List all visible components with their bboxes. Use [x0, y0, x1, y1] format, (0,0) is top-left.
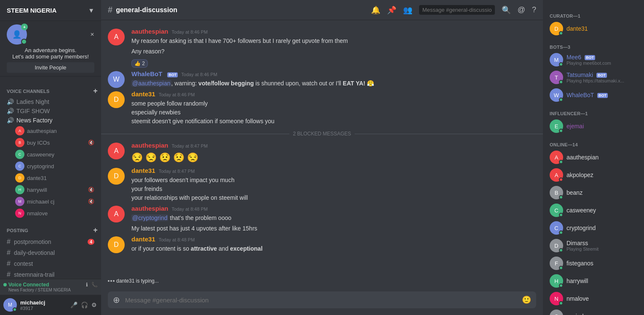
avatar-area: 👤 +: [7, 24, 27, 45]
member-item-dimarss[interactable]: D Dimarss Playing Steemit: [546, 237, 641, 254]
message-content: dante31 Today at 8:47 PM your followers …: [131, 167, 536, 202]
member-item-harrywill[interactable]: H harrywill: [546, 273, 641, 289]
member-item-casweeney[interactable]: C casweeney: [546, 202, 641, 219]
status-dot: [559, 283, 563, 288]
close-icon[interactable]: ✕: [90, 32, 94, 37]
reaction-button[interactable]: 👍 2: [131, 59, 148, 68]
message-group: W WhaleBoT BOT Today at 8:46 PM @aauthes…: [101, 69, 543, 89]
message-timestamp: Today at 8:48 PM: [159, 237, 195, 242]
user-invite-area: 👤 + ✕ An adventure begins. Let's add som…: [0, 21, 101, 77]
voice-member-harrywill[interactable]: H harrywill 🔇: [3, 184, 98, 196]
voice-channel-tgif[interactable]: 🔊 TGIF SHOW: [3, 106, 98, 116]
notification-bell-icon[interactable]: 🔔: [371, 5, 380, 15]
voice-member-aauthespian[interactable]: A aauthespian: [3, 125, 98, 137]
mention: @aauthespian: [131, 80, 171, 87]
bold-text: exceptional: [230, 245, 262, 252]
divider-line: [355, 134, 543, 134]
add-posting-channel-icon[interactable]: +: [93, 226, 98, 235]
member-item-tatsumaki[interactable]: T Tatsumaki BOT Playing https://tatsumak…: [546, 69, 641, 86]
blocked-messages-divider[interactable]: 2 BLOCKED MESSAGES: [101, 127, 543, 140]
voice-member-buy-icos[interactable]: B buy ICOs 🔇: [3, 137, 98, 148]
server-header[interactable]: STEEM NIGERIA ▼: [0, 0, 101, 21]
member-avatar: N: [550, 292, 563, 305]
avatar: D: [15, 173, 24, 183]
channel-postpromotion[interactable]: # postpromotion 4: [3, 236, 98, 247]
member-name: akpolopez: [567, 172, 637, 178]
headset-icon[interactable]: 🎧: [80, 301, 89, 309]
mute-microphone-icon[interactable]: 🎤: [69, 301, 78, 309]
voice-member-dante31[interactable]: D dante31: [3, 172, 98, 184]
message-group: A aauthespian Today at 8:46 PM My reason…: [101, 27, 543, 69]
message-content: dante31 Today at 8:46 PM some people fol…: [131, 90, 536, 126]
emoji-picker-icon[interactable]: 🙂: [522, 295, 531, 304]
bot-tag: BOT: [585, 55, 595, 60]
voice-channel-ladies-night[interactable]: 🔊 Ladies Night: [3, 97, 98, 106]
add-attachment-icon[interactable]: ⊕: [113, 295, 120, 305]
member-item-beanz[interactable]: B beanz: [546, 184, 641, 201]
search-input[interactable]: [419, 5, 495, 15]
member-item-akpolopez[interactable]: A akpolopez: [546, 167, 641, 183]
member-name: cryptogrind: [567, 225, 637, 231]
member-item-mee6[interactable]: M Mee6 BOT Playing mee6bot.com: [546, 51, 641, 68]
member-name: Dimarss: [567, 240, 637, 246]
current-user-status: #3917: [20, 306, 66, 311]
member-item-seyiodus[interactable]: S seyiodus: [546, 308, 641, 315]
member-info: cryptogrind: [567, 225, 637, 231]
voice-icon: 🔊: [7, 117, 14, 124]
voice-member-nmalove[interactable]: N nmalove: [3, 207, 98, 219]
voice-connected-text: Voice Connected: [8, 282, 49, 288]
help-icon[interactable]: ?: [532, 5, 536, 14]
invite-people-button[interactable]: Invite People: [7, 62, 94, 73]
member-item-whalebot[interactable]: W WhaleBoT BOT: [546, 87, 641, 103]
member-item-aauthespian[interactable]: A aauthespian: [546, 149, 641, 166]
voice-channel-news-factory[interactable]: 🔊 News Factory: [3, 116, 98, 125]
channel-daily-devotional[interactable]: # daily-devotional: [3, 247, 98, 258]
at-icon[interactable]: @: [518, 5, 525, 14]
hash-icon: #: [7, 238, 11, 246]
voice-location-text: News Factory / STEEM NIGERIA: [8, 288, 98, 292]
add-voice-channel-icon[interactable]: +: [93, 87, 98, 95]
voice-phone-icon[interactable]: 📞: [91, 282, 98, 288]
member-item-cryptogrind[interactable]: C cryptogrind: [546, 220, 641, 236]
member-item-ejemai[interactable]: E ejemai: [546, 118, 641, 135]
member-item-dante31[interactable]: D dante31: [546, 20, 641, 37]
message-text: your followers doesn't impact you much: [131, 176, 536, 185]
avatar: H: [15, 185, 24, 194]
member-name: seyiodus: [567, 313, 637, 315]
voice-connected-bar: Voice Connected ℹ 📞 News Factory / STEEM…: [0, 279, 101, 295]
member-info: nmalove: [567, 295, 637, 302]
member-avatar: T: [550, 71, 563, 84]
current-user-info: michaelcj #3917: [20, 299, 66, 311]
member-name: nmalove: [567, 295, 637, 302]
channel-steemnaira-trail[interactable]: # steemnaira-trail: [3, 269, 98, 279]
member-item-nmalove[interactable]: N nmalove: [546, 290, 641, 307]
avatar: B: [15, 138, 24, 147]
online-status-dot: [21, 39, 27, 45]
members-list-icon[interactable]: 👥: [403, 5, 412, 15]
message-text: @cryptogrind that's the problem oooo: [131, 214, 536, 222]
message-group: D dante31 Today at 8:48 PM or if your co…: [101, 235, 543, 254]
status-dot: [559, 230, 563, 235]
channel-contest[interactable]: # contest: [3, 258, 98, 269]
user-settings-icon[interactable]: ⚙: [91, 301, 98, 309]
chat-header: # general-discussion 🔔 📌 👥 🔍 @ ?: [101, 0, 543, 20]
avatar: W: [108, 71, 125, 88]
message-input[interactable]: [125, 296, 517, 304]
status-dot: [559, 62, 563, 66]
voice-member-cryptogrind[interactable]: C cryptogrind: [3, 160, 98, 172]
member-name: dante31: [567, 25, 637, 32]
voice-member-michaael[interactable]: M michaael cj 🔇: [3, 196, 98, 207]
member-name: beanz: [567, 189, 637, 196]
channel-title: general-discussion: [116, 6, 177, 14]
member-name: Tatsumaki BOT: [567, 71, 637, 78]
pinned-messages-icon[interactable]: 📌: [387, 5, 396, 15]
voice-info-icon[interactable]: ℹ: [86, 282, 88, 288]
member-name: Mee6 BOT: [567, 54, 637, 61]
search-icon[interactable]: 🔍: [502, 5, 511, 15]
muted-icon: 🔇: [88, 187, 94, 193]
avatar: C: [15, 161, 24, 171]
voice-member-casweeney[interactable]: C casweeney: [3, 148, 98, 160]
message-author: dante31: [131, 236, 155, 243]
member-item-fisteganos[interactable]: F fisteganos: [546, 255, 641, 272]
member-info: Mee6 BOT Playing mee6bot.com: [567, 54, 637, 66]
